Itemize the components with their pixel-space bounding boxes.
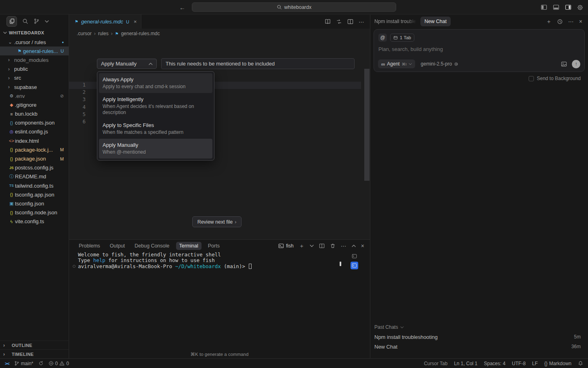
editor-scrollbar-thumb[interactable] (364, 69, 370, 181)
attach-image-icon[interactable] (561, 61, 567, 67)
kill-terminal-trash-icon[interactable] (330, 243, 336, 249)
split-editor-icon[interactable] (347, 19, 353, 25)
dropdown-menu-item[interactable]: Apply Manually When @-mentioned (99, 139, 212, 159)
panel-tab[interactable]: Ports (205, 242, 223, 250)
tree-item[interactable]: {} package.json M (0, 154, 69, 163)
language-mode-status[interactable]: {} Markdown (544, 361, 571, 366)
search-sidebar-icon[interactable] (22, 18, 28, 24)
split-terminal-icon[interactable] (319, 243, 325, 249)
breadcrumb-folder[interactable]: rules (98, 31, 109, 36)
open-changes-icon[interactable] (336, 19, 342, 25)
panel-more-actions-icon[interactable]: ⋯ (341, 243, 346, 249)
context-tab-chip[interactable]: 1 Tab (390, 34, 414, 42)
timeline-section[interactable]: › TIMELINE (0, 349, 69, 358)
panel-tab[interactable]: Output (107, 242, 128, 250)
cursor-tab-status[interactable]: Cursor Tab (424, 361, 447, 366)
open-preview-icon[interactable] (325, 19, 331, 25)
tree-item[interactable]: ≡ bun.lockb (0, 110, 69, 118)
file-type-icon: {} (8, 210, 15, 215)
review-next-file-button[interactable]: Review next file › (192, 216, 242, 227)
source-control-icon[interactable] (34, 18, 40, 24)
editor-tab[interactable]: ⚑ general-rules.mdc U × (69, 15, 141, 29)
tree-item[interactable]: <> index.html (0, 136, 69, 145)
rule-description-input[interactable] (161, 58, 355, 69)
past-chats-header[interactable]: Past Chats (370, 322, 588, 332)
tree-item[interactable]: › public (0, 65, 69, 74)
outline-section[interactable]: › OUTLINE (0, 341, 69, 349)
tree-item[interactable]: TS tailwind.config.ts (0, 181, 69, 190)
past-chat-item[interactable]: Npm install troubleshooting 5m (370, 332, 588, 342)
indentation-status[interactable]: Spaces: 4 (484, 361, 505, 366)
tree-item[interactable]: JS postcss.config.js (0, 163, 69, 172)
editor-more-actions-icon[interactable]: ⋯ (359, 19, 364, 25)
active-shell-indicator[interactable]: fish (278, 243, 294, 249)
toggle-bottom-panel-icon[interactable] (553, 4, 559, 11)
tree-item[interactable]: ⌄ .cursor / rules ● (0, 38, 69, 47)
remote-indicator-icon[interactable]: >< (5, 361, 9, 366)
panel-tab[interactable]: Problems (76, 242, 103, 250)
tree-item[interactable]: ⚙ .env ⊘ (0, 91, 69, 100)
dropdown-menu-item[interactable]: Always Apply Apply to every chat and cmd… (99, 73, 212, 93)
breadcrumb-file[interactable]: general-rules.mdc (121, 31, 160, 36)
explorer-section-header[interactable]: WHITEBOARDX (0, 28, 69, 38)
chat-history-icon[interactable] (557, 19, 563, 25)
agent-mode-selector[interactable]: ∞ Agent ⌘I (378, 59, 415, 68)
maximize-panel-chevron-icon[interactable] (352, 245, 356, 247)
git-branch-status[interactable]: main* (14, 361, 34, 366)
active-terminal-session-icon[interactable] (351, 262, 358, 269)
dropdown-menu-item[interactable]: Apply to Specific Files When file matche… (99, 119, 212, 139)
encoding-status[interactable]: UTF-8 (512, 361, 526, 366)
chat-tab-active[interactable]: New Chat (420, 17, 451, 26)
chat-tab-previous[interactable]: Npm install troubleshooting (374, 19, 416, 24)
cursor-position-status[interactable]: Ln 1, Col 1 (454, 361, 477, 366)
tree-item[interactable]: ◆ .gitignore (0, 100, 69, 109)
terminal-profile-chevron-icon[interactable] (310, 245, 314, 247)
tree-item[interactable]: › node_modules (0, 55, 69, 64)
tree-item[interactable]: › supabase (0, 82, 69, 91)
editor-tab-bar: ⚑ general-rules.mdc U × ⋯ (69, 15, 370, 29)
tree-item[interactable]: {} package-lock.j... M (0, 145, 69, 154)
chat-more-actions-icon[interactable]: ⋯ (568, 19, 574, 24)
tree-item[interactable]: ⚑ general-rules.... U (0, 47, 69, 55)
tree-item[interactable]: {} tsconfig.app.json (0, 190, 69, 199)
send-to-background-checkbox[interactable] (529, 76, 534, 81)
more-views-chevron-icon[interactable] (45, 20, 49, 23)
breadcrumb-folder[interactable]: .cursor (77, 31, 92, 36)
close-chat-icon[interactable]: × (579, 19, 582, 24)
sync-changes-button[interactable] (38, 361, 44, 366)
toggle-left-panel-icon[interactable] (541, 4, 547, 11)
settings-gear-icon[interactable] (577, 4, 583, 11)
terminal-session-icon[interactable] (351, 252, 358, 260)
tree-item[interactable]: {} tsconfig.node.json (0, 208, 69, 217)
notifications-bell-icon[interactable] (578, 361, 583, 366)
eol-status[interactable]: LF (532, 361, 538, 366)
rule-type-select[interactable]: Apply Manually (97, 59, 157, 69)
tree-item[interactable]: ◎ eslint.config.js (0, 127, 69, 136)
panel-tab[interactable]: Debug Console (131, 242, 172, 250)
command-center-search[interactable]: whiteboardx (192, 2, 396, 12)
terminal-tabs-resize-handle[interactable] (340, 262, 341, 266)
past-chat-item[interactable]: New Chat 36m (370, 342, 588, 351)
terminal-output[interactable]: Welcome to fish, the friendly interactiv… (69, 252, 346, 350)
new-chat-icon[interactable]: ＋ (546, 19, 552, 24)
close-panel-icon[interactable]: × (361, 243, 364, 249)
toggle-right-panel-icon[interactable] (565, 4, 571, 11)
tab-close-icon[interactable]: × (134, 19, 137, 25)
new-terminal-icon[interactable]: ＋ (299, 243, 304, 249)
send-button[interactable]: ↑ (572, 60, 580, 68)
back-button[interactable]: ← (179, 4, 185, 11)
explorer-icon[interactable] (6, 16, 17, 27)
problems-status[interactable]: 0 0 (48, 361, 69, 366)
dropdown-menu-item[interactable]: Apply Intelligently When Agent decides i… (99, 93, 212, 119)
tree-item[interactable]: ⓘ README.md (0, 172, 69, 181)
add-context-button[interactable]: @ (378, 34, 387, 42)
tree-item[interactable]: ϟ vite.config.ts (0, 217, 69, 226)
tree-item[interactable]: › src (0, 74, 69, 82)
tree-item[interactable]: ▣ tsconfig.json (0, 199, 69, 208)
tree-item[interactable]: {} components.json (0, 118, 69, 127)
git-status-badge: ⊘ (58, 93, 64, 99)
past-chat-name: New Chat (374, 344, 397, 350)
model-selector[interactable]: gemini-2.5-pro (421, 61, 458, 67)
chat-input-box[interactable]: @ 1 Tab Plan, search, build anything ∞ A… (374, 29, 585, 72)
panel-tab[interactable]: Terminal (176, 242, 202, 250)
